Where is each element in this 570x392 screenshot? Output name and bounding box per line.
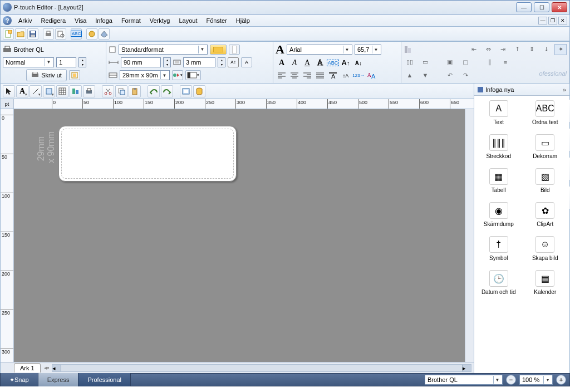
maximize-button[interactable]: ☐ <box>534 2 549 12</box>
align-obj-hcenter[interactable]: ⇔ <box>482 44 494 55</box>
macro-button[interactable] <box>86 28 97 40</box>
copies-input[interactable]: 1 <box>56 57 76 67</box>
number-format-button[interactable]: 123→ <box>352 70 365 81</box>
align-justify-button[interactable] <box>314 70 326 81</box>
redo-button[interactable] <box>161 85 173 97</box>
align-obj-top[interactable]: ⤒ <box>511 44 523 55</box>
width-input[interactable]: 90 mm <box>121 57 161 67</box>
paper-format-combo[interactable]: Standardformat▼ <box>119 45 208 55</box>
menu-fonster[interactable]: Fönster <box>202 16 231 25</box>
hbars[interactable]: ∥ <box>484 57 496 68</box>
insert-kalender[interactable]: ▤Kalender <box>523 270 568 295</box>
new-button[interactable] <box>3 28 14 40</box>
margin-spin[interactable]: ▴▾ <box>218 57 225 67</box>
print-preview-button[interactable] <box>55 28 66 40</box>
mode-express-button[interactable]: Express <box>38 373 79 386</box>
label-shape[interactable] <box>58 126 237 182</box>
menu-format[interactable]: Format <box>117 16 145 25</box>
cut-button[interactable] <box>102 85 114 97</box>
rotate-left[interactable]: ↶ <box>444 70 456 81</box>
insert-skärmdump[interactable]: ◉Skärmdump <box>476 202 521 227</box>
font-shrink-button[interactable]: A↓ <box>352 57 365 68</box>
rotate-right[interactable]: ↷ <box>459 70 471 81</box>
dist-v[interactable]: ▭ <box>419 57 431 68</box>
copy-button[interactable] <box>115 85 127 97</box>
horizontal-scrollbar[interactable]: ◂▸ <box>52 364 471 372</box>
save-button[interactable] <box>27 28 38 40</box>
mdi-minimize-button[interactable]: ― <box>538 17 547 24</box>
status-printer-combo[interactable]: Brother QL▼ <box>425 375 503 385</box>
text-style-button[interactable]: AA <box>365 70 377 81</box>
vbars[interactable]: ≡ <box>499 57 512 68</box>
print-options-button[interactable] <box>69 70 80 80</box>
orientation-landscape-button[interactable] <box>210 45 227 55</box>
close-button[interactable]: ✕ <box>552 2 567 12</box>
line-tool[interactable] <box>30 85 42 97</box>
menu-visa[interactable]: Visa <box>70 16 91 25</box>
addon-button[interactable] <box>99 28 110 40</box>
text-tool[interactable]: A <box>16 85 28 97</box>
frame-button[interactable]: ABC <box>327 57 339 68</box>
menu-infoga[interactable]: Infoga <box>91 16 117 25</box>
insert-datum-och-tid[interactable]: 🕒Datum och tid <box>476 270 521 295</box>
zoom-fit-button[interactable] <box>180 85 192 97</box>
print-tool[interactable] <box>83 85 95 97</box>
help-icon[interactable]: ? <box>3 16 12 25</box>
group[interactable]: ▣ <box>444 57 456 68</box>
italic-button[interactable]: A <box>288 57 301 68</box>
menu-arkiv[interactable]: Arkiv <box>14 16 36 25</box>
mdi-restore-button[interactable]: ❐ <box>548 17 557 24</box>
insert-tabell[interactable]: ▦Tabell <box>476 168 521 193</box>
align-obj-bottom[interactable]: ⤓ <box>540 44 552 55</box>
undo-button[interactable] <box>148 85 160 97</box>
insert-dekorram[interactable]: ▭Dekorram <box>523 134 568 159</box>
print-mode-combo[interactable]: Normal▼ <box>3 57 54 67</box>
pointer-tool[interactable] <box>3 85 15 97</box>
side-panel-expand[interactable]: » <box>563 86 566 93</box>
insert-symbol[interactable]: †Symbol <box>476 236 521 261</box>
orientation-portrait-button[interactable] <box>229 45 240 55</box>
align-right-button[interactable] <box>301 70 313 81</box>
menu-verktyg[interactable]: Verktyg <box>145 16 175 25</box>
media-size-combo[interactable]: 29mm x 90m▼ <box>120 70 170 80</box>
mode-snap-button[interactable]: ✦ Snap <box>1 373 38 386</box>
font-name-combo[interactable]: Arial▼ <box>287 45 352 55</box>
align-obj-right[interactable]: ⇥ <box>497 44 509 55</box>
insert-skapa-bild[interactable]: ☺Skapa bild <box>523 236 568 261</box>
font-size-combo[interactable]: 65,7▼ <box>355 45 381 55</box>
spacing-button[interactable]: ↕A <box>340 70 352 81</box>
print-icon-button[interactable] <box>43 28 54 40</box>
print-button[interactable]: Skriv ut <box>26 69 67 81</box>
align-obj-vcenter[interactable]: ⇕ <box>525 44 538 55</box>
align-obj-left[interactable]: ⇤ <box>468 44 480 55</box>
bring-front[interactable]: ▲ <box>404 70 416 81</box>
shape-tool[interactable] <box>43 85 55 97</box>
align-center-button[interactable] <box>288 70 301 81</box>
paste-button[interactable] <box>129 85 141 97</box>
insert-clipart[interactable]: ✿ClipArt <box>523 202 568 227</box>
open-button[interactable] <box>15 28 26 40</box>
insert-streckkod[interactable]: ∥∥∥Streckkod <box>476 134 521 159</box>
insert-bild[interactable]: ▧Bild <box>523 168 568 193</box>
sheet-tab-1[interactable]: Ark 1 <box>14 363 41 373</box>
margin-input[interactable]: 3 mm <box>183 57 215 67</box>
feed-button[interactable]: ▾ <box>172 70 183 80</box>
ungroup[interactable]: ▢ <box>459 57 471 68</box>
vertical-scrollbar[interactable] <box>465 109 474 362</box>
bg-color-button[interactable]: ▾ <box>185 70 201 80</box>
label-text-button[interactable]: ABC <box>71 28 82 40</box>
zoom-in-button[interactable]: + <box>556 375 566 385</box>
outline-button[interactable]: A <box>314 57 326 68</box>
database-button[interactable] <box>193 85 205 97</box>
text-direction-button[interactable]: A↕ <box>228 57 239 67</box>
insert-ordna-text[interactable]: ABCOrdna text <box>523 100 568 125</box>
valign-top-button[interactable]: A <box>327 70 339 81</box>
insert-text[interactable]: AText <box>476 100 521 125</box>
table-tool[interactable] <box>56 85 68 97</box>
copies-spin[interactable]: ▴▾ <box>78 57 86 67</box>
underline-button[interactable]: A <box>301 57 313 68</box>
align-left-button[interactable] <box>276 70 288 81</box>
arrange-tool[interactable] <box>70 85 82 97</box>
send-back[interactable]: ▼ <box>419 70 431 81</box>
menu-hjalp[interactable]: Hjälp <box>232 16 254 25</box>
